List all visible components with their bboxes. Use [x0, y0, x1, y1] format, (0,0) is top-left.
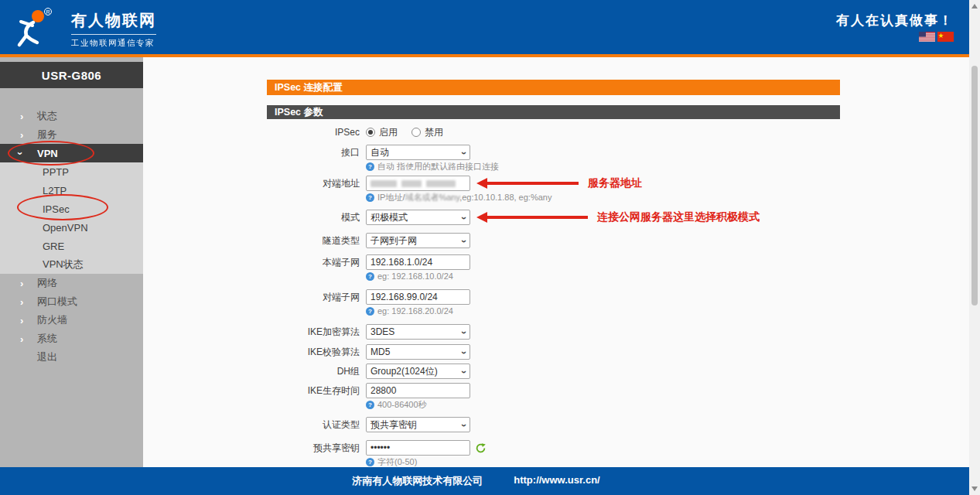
chevron-down-icon: › [457, 424, 470, 427]
ike-auth-algorithm-label: IKE校验算法 [267, 346, 360, 359]
chevron-down-icon: › [15, 152, 26, 155]
sidebar-item-l2tp[interactable]: L2TP [0, 181, 143, 200]
page-title: IPSec 连接配置 [267, 80, 840, 95]
peer-subnet-input[interactable] [366, 289, 470, 305]
dh-group-select[interactable]: Group2(1024位) › [366, 364, 470, 379]
chevron-down-icon: › [457, 370, 470, 374]
field-auth-type: 认证类型 预共享密钥 › [267, 417, 969, 432]
cn-flag-icon[interactable] [937, 32, 954, 42]
svg-text:R: R [46, 9, 50, 15]
sidebar-item-system[interactable]: › 系统 [0, 329, 143, 348]
field-ipsec-enable: IPSec 启用 禁用 [267, 125, 969, 140]
field-ike-lifetime: IKE生存时间 ? 400-86400秒 [267, 383, 969, 409]
info-icon: ? [366, 272, 374, 281]
redacted-value-block [401, 180, 422, 187]
refresh-icon[interactable] [476, 443, 486, 453]
sidebar-item-status[interactable]: › 状态 [0, 107, 143, 125]
sidebar-item-network[interactable]: › 网络 [0, 274, 143, 292]
field-local-subnet: 本端子网 ? eg: 192.168.10.0/24 [267, 254, 969, 281]
peer-subnet-hint: ? eg: 192.168.20.0/24 [366, 306, 969, 316]
redacted-value-block [370, 180, 397, 187]
sidebar-item-vpn-status[interactable]: VPN状态 [0, 255, 143, 274]
sidebar-item-ipsec[interactable]: IPSec [0, 200, 143, 218]
chevron-right-icon: › [20, 316, 23, 326]
sidebar-item-vpn[interactable]: › VPN [0, 144, 143, 162]
radio-enable[interactable] [366, 128, 375, 137]
chevron-right-icon: › [20, 130, 23, 140]
scrollbar-down-arrow-icon[interactable] [971, 486, 978, 491]
chevron-right-icon: › [20, 278, 23, 288]
page-scrollbar[interactable] [969, 0, 980, 495]
main-content: IPSec 连接配置 IPSec 参数 IPSec 启用 禁用 接口 自动 › [143, 57, 969, 467]
device-model: USR-G806 [0, 62, 143, 88]
scrollbar-thumb[interactable] [971, 66, 978, 306]
radio-disable[interactable] [411, 128, 421, 137]
ike-lifetime-input[interactable] [366, 383, 470, 398]
sidebar-item-logout[interactable]: 退出 [0, 348, 143, 367]
field-tunnel-type: 隧道类型 子网到子网 › [267, 233, 969, 248]
ike-encryption-label: IKE加密算法 [267, 326, 360, 339]
mode-label: 模式 [267, 211, 360, 224]
preshared-key-hint: ? 字符(0-50) [366, 457, 969, 466]
footer-url-link[interactable]: http://www.usr.cn/ [514, 474, 599, 488]
field-dh-group: DH组 Group2(1024位) › [267, 364, 969, 379]
sidebar-item-openvpn[interactable]: OpenVPN [0, 218, 143, 237]
chevron-right-icon: › [20, 334, 23, 344]
section-title: IPSec 参数 [267, 105, 840, 119]
dh-group-label: DH组 [267, 365, 360, 378]
chevron-down-icon: › [457, 240, 470, 243]
auth-type-select[interactable]: 预共享密钥 › [366, 417, 470, 432]
ipsec-enable-radio-group: 启用 禁用 [366, 126, 443, 139]
sidebar-item-pptp[interactable]: PPTP [0, 162, 143, 181]
mode-select[interactable]: 积极模式 › [366, 210, 470, 225]
peer-address-input[interactable] [366, 176, 470, 191]
preshared-key-input[interactable] [366, 440, 470, 456]
redacted-value-block [426, 180, 456, 187]
field-peer-subnet: 对端子网 ? eg: 192.168.20.0/24 [267, 289, 969, 316]
brand-subtitle: 工业物联网通信专家 [71, 34, 156, 49]
local-subnet-label: 本端子网 [267, 256, 360, 269]
brand-block: 有人物联网 工业物联网通信专家 [71, 10, 156, 49]
vpn-submenu: PPTP L2TP IPSec OpenVPN GRE VPN状态 [0, 162, 143, 274]
interface-label: 接口 [267, 146, 360, 159]
sidebar-item-service[interactable]: › 服务 [0, 125, 143, 144]
radio-enable-label: 启用 [379, 126, 398, 139]
footer-company: 济南有人物联网技术有限公司 [352, 474, 483, 488]
ike-lifetime-hint: ? 400-86400秒 [366, 400, 969, 409]
header: R 有人物联网 工业物联网通信专家 有人在认真做事！ [0, 0, 980, 54]
field-ike-encryption: IKE加密算法 3DES › [267, 324, 969, 340]
interface-select[interactable]: 自动 › [366, 145, 470, 160]
sidebar-item-port-mode[interactable]: › 网口模式 [0, 292, 143, 311]
field-peer-address: 对端地址 ? IP地址/域名或者%any,eg:10.10.1.88, eg:%… [267, 176, 969, 202]
ike-lifetime-label: IKE生存时间 [267, 384, 360, 398]
peer-address-hint: ? IP地址/域名或者%any,eg:10.10.1.88, eg:%any [366, 193, 969, 202]
sidebar-item-gre[interactable]: GRE [0, 237, 143, 255]
info-icon: ? [366, 401, 374, 409]
ike-encryption-select[interactable]: 3DES › [366, 324, 470, 340]
chevron-down-icon: › [457, 331, 470, 334]
local-subnet-input[interactable] [366, 254, 470, 270]
chevron-down-icon: › [457, 351, 470, 354]
auth-type-label: 认证类型 [267, 418, 360, 432]
interface-hint: ? 自动 指使用的默认路由接口连接 [366, 162, 969, 171]
field-preshared-key: 预共享密钥 ? 字符(0-50) [267, 440, 969, 466]
ike-auth-algorithm-select[interactable]: MD5 › [366, 344, 470, 360]
chevron-down-icon: › [457, 217, 470, 220]
peer-subnet-label: 对端子网 [267, 291, 360, 304]
field-mode: 模式 积极模式 › [267, 210, 969, 225]
scrollbar-up-arrow-icon[interactable] [971, 4, 978, 9]
preshared-key-label: 预共享密钥 [267, 442, 360, 455]
info-icon: ? [366, 307, 374, 316]
sidebar-item-firewall[interactable]: › 防火墙 [0, 311, 143, 329]
peer-address-label: 对端地址 [267, 177, 360, 190]
field-ike-auth-algorithm: IKE校验算法 MD5 › [267, 344, 969, 360]
info-icon: ? [366, 193, 374, 202]
sidebar-menu: › 状态 › 服务 › VPN PPTP L2TP IPSec OpenVPN [0, 107, 143, 367]
info-icon: ? [366, 162, 374, 171]
chevron-right-icon: › [20, 111, 23, 121]
header-slogan: 有人在认真做事！ [836, 12, 954, 29]
header-accent-line [0, 54, 980, 57]
sidebar: USR-G806 › 状态 › 服务 › VPN PPTP L2TP IPSec… [0, 57, 143, 467]
tunnel-type-select[interactable]: 子网到子网 › [366, 233, 470, 248]
us-flag-icon[interactable] [919, 32, 935, 42]
